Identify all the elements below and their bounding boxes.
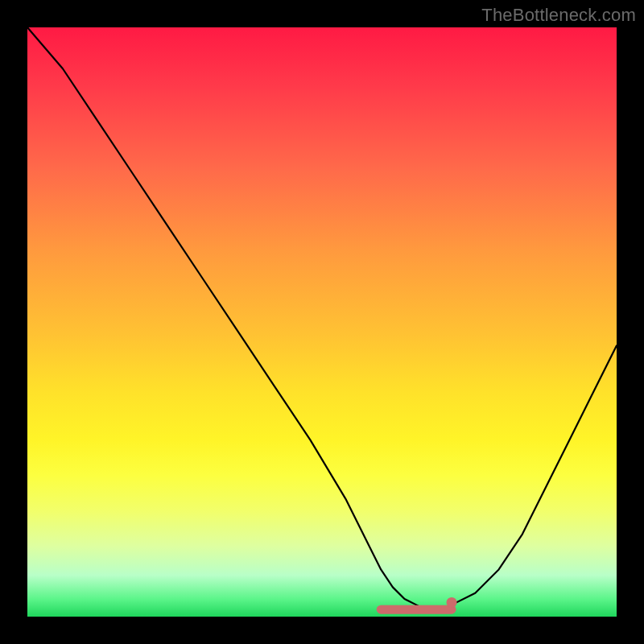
chart-frame: TheBottleneck.com — [0, 0, 644, 644]
plot-area — [27, 27, 617, 617]
bottleneck-curve — [27, 27, 617, 611]
curve-layer — [27, 27, 617, 617]
optimal-end-dot — [447, 597, 457, 608]
watermark-text: TheBottleneck.com — [481, 5, 636, 26]
